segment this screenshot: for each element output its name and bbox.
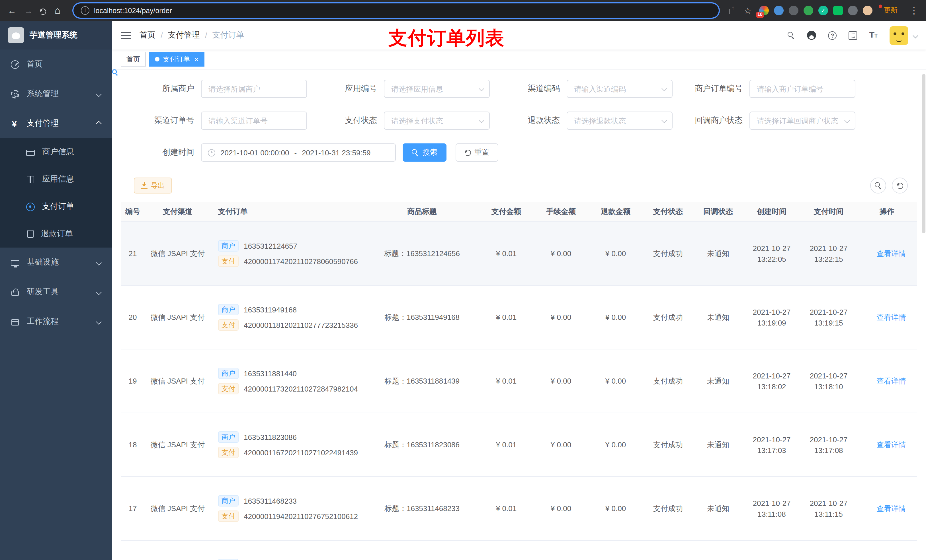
extension-icon[interactable] xyxy=(803,6,813,15)
table-header-row: 编号 支付渠道 支付订单 商品标题 支付金额 手续金额 退款金额 支付状态 回调… xyxy=(121,202,917,222)
sidebar-submenu-pay: 商户信息 应用信息 支付订单 退款订单 xyxy=(0,138,112,248)
search-icon[interactable] xyxy=(788,32,795,39)
merchant-order-no: 1635311949168 xyxy=(244,305,297,314)
view-detail-link[interactable]: 查看详情 xyxy=(868,248,906,259)
user-avatar[interactable] xyxy=(890,26,908,45)
cell-amount xyxy=(479,540,534,560)
extension-icon[interactable]: ✓ xyxy=(819,6,828,15)
merchant-badge: 商户 xyxy=(218,559,239,560)
tab-home[interactable]: 首页 xyxy=(121,52,146,66)
cell-pay-time: 2021-10-2713:11:15 xyxy=(800,477,857,540)
channel-order-no-input[interactable] xyxy=(201,112,307,130)
app-id-select[interactable] xyxy=(384,80,490,98)
close-icon[interactable]: × xyxy=(194,56,198,63)
breadcrumb-home[interactable]: 首页 xyxy=(139,30,156,41)
bookmark-star-icon[interactable] xyxy=(743,5,753,16)
fullscreen-icon[interactable] xyxy=(849,31,857,39)
yen-icon xyxy=(11,119,20,128)
update-button[interactable]: 更新 xyxy=(879,4,903,17)
monitor-icon xyxy=(11,260,20,266)
site-info-icon[interactable] xyxy=(81,6,89,15)
view-detail-link[interactable]: 查看详情 xyxy=(868,312,906,322)
export-button[interactable]: 导出 xyxy=(134,178,172,193)
cell-channel: 微信 JSAPI 支付 xyxy=(144,477,211,540)
browser-menu-icon[interactable] xyxy=(909,5,919,16)
chevron-down-icon[interactable] xyxy=(912,32,918,38)
table-row[interactable]: 19 微信 JSAPI 支付 商户1635311881440 支付4200001… xyxy=(121,349,917,413)
sidebar-item-pay-order[interactable]: 支付订单 xyxy=(0,193,112,220)
extension-icon[interactable] xyxy=(833,6,843,15)
sidebar-item-label: 支付订单 xyxy=(42,201,74,212)
merchant-badge: 商户 xyxy=(218,304,239,315)
sidebar-item-pay[interactable]: 支付管理 xyxy=(0,109,112,138)
sidebar-item-app-info[interactable]: 应用信息 xyxy=(0,166,112,193)
channel-code-select[interactable] xyxy=(567,80,673,98)
sidebar-item-devtools[interactable]: 研发工具 xyxy=(0,277,112,307)
table-row[interactable]: 20 微信 JSAPI 支付 商户1635311949168 支付4200001… xyxy=(121,285,917,349)
top-navbar: 首页 / 支付管理 / 支付订单 xyxy=(112,21,926,50)
breadcrumb-pay[interactable]: 支付管理 xyxy=(168,30,200,41)
refresh-icon xyxy=(465,149,471,155)
help-icon[interactable] xyxy=(828,31,837,39)
grid-icon xyxy=(27,175,34,183)
cell-pay-status: 支付成功 xyxy=(643,285,693,349)
notify-status-select[interactable] xyxy=(749,112,855,130)
github-icon[interactable] xyxy=(807,31,816,40)
date-range-input[interactable]: 2021-10-01 00:00:00 - 2021-10-31 23:59:5… xyxy=(201,143,396,162)
cell-fee: ¥ 0.00 xyxy=(534,349,588,413)
table-row[interactable]: 18 微信 JSAPI 支付 商户1635311823086 支付4200001… xyxy=(121,413,917,477)
refund-status-select[interactable] xyxy=(567,112,673,130)
refresh-table-button[interactable] xyxy=(892,178,908,193)
merchant-input[interactable] xyxy=(201,80,307,98)
show-search-button[interactable] xyxy=(870,178,886,193)
extension-icon[interactable] xyxy=(848,6,858,15)
table-row[interactable]: 21 微信 JSAPI 支付 商户1635312124657 支付4200001… xyxy=(121,222,917,285)
back-icon[interactable] xyxy=(7,5,17,16)
table-row[interactable]: 17 微信 JSAPI 支付 商户1635311468233 支付4200001… xyxy=(121,477,917,540)
cell-id: 17 xyxy=(121,477,144,540)
view-detail-link[interactable]: 查看详情 xyxy=(868,440,906,450)
page-scrollbar[interactable] xyxy=(922,74,925,233)
view-detail-link[interactable]: 查看详情 xyxy=(868,503,906,514)
home-icon[interactable] xyxy=(52,5,63,16)
tab-pay-order[interactable]: 支付订单 × xyxy=(149,52,204,66)
sidebar-item-merchant-info[interactable]: 商户信息 xyxy=(0,138,112,166)
reload-icon[interactable] xyxy=(40,8,46,15)
share-icon[interactable] xyxy=(729,7,736,14)
address-bar[interactable]: localhost:1024/pay/order xyxy=(73,3,719,18)
col-title: 商品标题 xyxy=(365,202,479,222)
target-icon xyxy=(26,202,35,211)
extension-icon[interactable] xyxy=(863,6,873,15)
page-title-overlay: 支付订单列表 xyxy=(388,26,505,51)
sidebar-item-system[interactable]: 系统管理 xyxy=(0,79,112,109)
field-label: 所属商户 xyxy=(144,84,201,94)
url-text: localhost:1024/pay/order xyxy=(94,6,172,15)
filter-app-id: 应用编号 xyxy=(327,80,496,98)
pay-status-select[interactable] xyxy=(384,112,490,130)
cell-amount: ¥ 0.01 xyxy=(479,349,534,413)
extension-toolbar: 10 ✓ xyxy=(759,6,873,15)
merchant-order-no-input[interactable] xyxy=(749,80,855,98)
extensions-icon[interactable]: 10 xyxy=(759,6,769,15)
col-id: 编号 xyxy=(121,202,144,222)
col-channel: 支付渠道 xyxy=(144,202,211,222)
cell-channel: 微信 JSAPI 支付 xyxy=(144,285,211,349)
cell-refund: ¥ 0.00 xyxy=(588,222,643,285)
sidebar-item-infra[interactable]: 基础设施 xyxy=(0,248,112,277)
sidebar-item-label: 商户信息 xyxy=(42,147,74,157)
extension-icon[interactable] xyxy=(789,6,799,15)
sidebar-item-home[interactable]: 首页 xyxy=(0,50,112,79)
reset-button[interactable]: 重置 xyxy=(455,143,498,162)
forward-icon[interactable] xyxy=(23,5,33,16)
sidebar: 芋道管理系统 首页 系统管理 支付管理 商户信息 xyxy=(0,21,112,560)
hamburger-icon[interactable] xyxy=(121,32,131,39)
sidebar-item-workflow[interactable]: 工作流程 xyxy=(0,307,112,337)
col-create-time: 创建时间 xyxy=(743,202,800,222)
extension-icon[interactable] xyxy=(774,6,784,15)
table-row[interactable]: 商户1635311157126 支付 xyxy=(121,540,917,560)
search-button[interactable]: 搜索 xyxy=(402,143,446,162)
sidebar-item-refund-order[interactable]: 退款订单 xyxy=(0,220,112,248)
font-size-icon[interactable] xyxy=(869,30,878,41)
view-detail-link[interactable]: 查看详情 xyxy=(868,376,906,386)
extension-badge: 10 xyxy=(756,12,764,18)
